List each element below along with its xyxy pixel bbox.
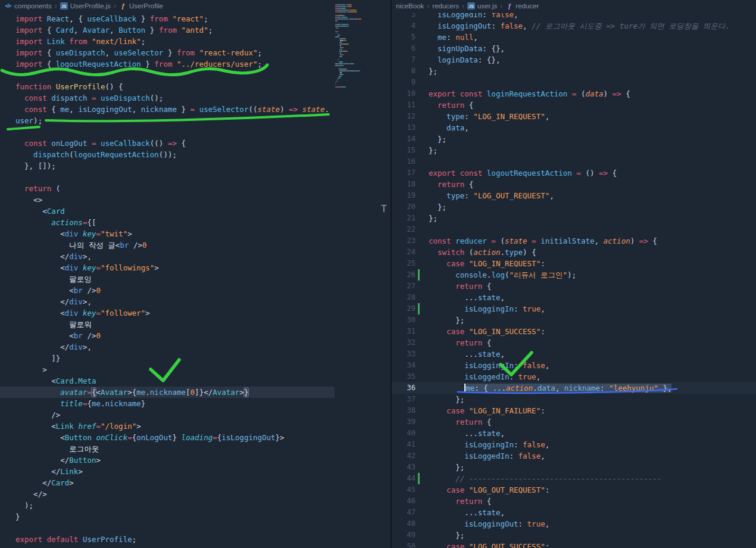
code-line[interactable]: /> xyxy=(0,409,391,421)
line-number[interactable]: 46 xyxy=(392,496,416,507)
code-line[interactable]: 35 isLoggedIn: true, xyxy=(392,371,756,382)
code-line[interactable]: 16 xyxy=(392,156,756,167)
line-number[interactable]: 49 xyxy=(392,530,416,541)
line-number[interactable]: 39 xyxy=(392,416,416,428)
code-line[interactable]: 41 isLoggingIn: false, xyxy=(392,439,756,450)
code-line[interactable]: dispatch(logoutRequestAction()); xyxy=(0,149,391,160)
code-line[interactable]: 50 case "LOG_OUT_SUCCESS": xyxy=(392,541,756,548)
code-line[interactable] xyxy=(0,70,391,81)
code-line[interactable]: 26 console.log("리듀서 로그인"); xyxy=(392,269,756,281)
code-line[interactable]: 25 case "LOG_IN_REQUEST": xyxy=(392,258,756,269)
code-line[interactable]: 40 ...state, xyxy=(392,428,756,439)
code-line[interactable]: 45 case "LOG_OUT_REQUEST": xyxy=(392,484,756,496)
code-line[interactable]: 34 isLoggingIn: false, xyxy=(392,360,756,371)
code-line[interactable]: 11 return { xyxy=(392,99,756,111)
code-line[interactable]: 나의 작성 글<br />0 xyxy=(0,239,391,251)
line-number[interactable]: 4 xyxy=(392,20,416,32)
breadcrumb-item-reducers[interactable]: reducers xyxy=(432,2,459,10)
code-line[interactable]: </> xyxy=(0,488,391,500)
breadcrumb-item-userprofile-js[interactable]: JSUserProfile.js xyxy=(60,2,111,10)
line-number[interactable]: 5 xyxy=(392,32,416,43)
line-number[interactable]: 8 xyxy=(392,66,416,77)
line-number[interactable]: 27 xyxy=(392,281,416,292)
code-line[interactable]: 44 // ----------------------------------… xyxy=(392,473,756,484)
code-line[interactable]: 18 return { xyxy=(392,179,756,190)
code-line[interactable]: 팔로워 xyxy=(0,319,391,330)
code-line[interactable]: 47 ...state, xyxy=(392,507,756,518)
line-number[interactable]: 18 xyxy=(392,179,416,190)
line-number[interactable]: 38 xyxy=(392,405,416,416)
code-line[interactable]: 9 xyxy=(392,77,756,88)
code-line[interactable]: 19 type: "LOG_OUT_REQUEST", xyxy=(392,190,756,201)
line-number[interactable]: 30 xyxy=(392,315,416,326)
code-line[interactable]: 24 switch (action.type) { xyxy=(392,247,756,258)
code-line[interactable] xyxy=(0,126,391,138)
code-line[interactable]: 20 }; xyxy=(392,201,756,213)
breadcrumb-item-userprofile[interactable]: ƒUserProfile xyxy=(119,2,163,10)
code-line[interactable]: const onLogOut = useCallback(() => { xyxy=(0,138,391,149)
code-line[interactable]: > xyxy=(0,364,391,375)
code-line[interactable]: 27 return { xyxy=(392,281,756,292)
line-number[interactable]: 31 xyxy=(392,326,416,337)
code-line[interactable]: 15}; xyxy=(392,145,756,156)
code-line[interactable]: 30 }; xyxy=(392,315,756,326)
line-number[interactable]: 13 xyxy=(392,122,416,133)
code-line[interactable]: </div>, xyxy=(0,251,391,262)
breadcrumb-item-reducer[interactable]: ƒreducer xyxy=(505,2,539,10)
code-line[interactable]: 32 return { xyxy=(392,337,756,348)
code-line[interactable]: 3 isLoggedIn: false, xyxy=(392,13,756,20)
code-line[interactable]: 42 isLoggedIn: false, xyxy=(392,450,756,462)
code-line[interactable]: </div>, xyxy=(0,341,391,353)
line-number[interactable]: 10 xyxy=(392,88,416,99)
line-number[interactable]: 25 xyxy=(392,258,416,269)
line-number[interactable]: 37 xyxy=(392,394,416,405)
line-number[interactable]: 23 xyxy=(392,235,416,247)
code-line[interactable]: 6 signUpData: {}, xyxy=(392,43,756,54)
line-number[interactable]: 21 xyxy=(392,213,416,224)
line-number[interactable]: 28 xyxy=(392,292,416,303)
code-line[interactable]: <div key="twit"> xyxy=(0,228,391,239)
line-number[interactable]: 20 xyxy=(392,201,416,213)
breadcrumb-item-components[interactable]: </>components xyxy=(4,2,52,10)
code-line[interactable]: ); xyxy=(0,500,391,511)
code-line[interactable]: <div key="follower"> xyxy=(0,307,391,319)
code-line[interactable]: 29 isLoggingIn: true, xyxy=(392,303,756,315)
line-number[interactable]: 24 xyxy=(392,247,416,258)
code-line[interactable]: <div key="followings"> xyxy=(0,262,391,273)
code-line[interactable]: 17export const logoutRequestAction = () … xyxy=(392,167,756,179)
code-line[interactable]: function UserProfile() { xyxy=(0,81,391,92)
line-number[interactable]: 43 xyxy=(392,462,416,473)
code-line[interactable]: return ( xyxy=(0,183,391,194)
code-line[interactable]: const dispatch = useDispatch(); xyxy=(0,92,391,104)
minimap[interactable] xyxy=(335,4,386,88)
line-number[interactable]: 45 xyxy=(392,484,416,496)
code-line[interactable]: avatar={<Avatar>{me.nickname[0]}</Avatar… xyxy=(0,387,335,398)
line-number[interactable]: 6 xyxy=(392,43,416,54)
code-line[interactable]: 31 case "LOG_IN_SUCCESS": xyxy=(392,326,756,337)
code-line[interactable]: <Link href="/login"> xyxy=(0,421,391,432)
line-number[interactable]: 48 xyxy=(392,518,416,530)
line-number[interactable]: 12 xyxy=(392,111,416,122)
line-number[interactable]: 17 xyxy=(392,167,416,179)
line-number[interactable]: 9 xyxy=(392,77,416,88)
code-line[interactable]: 8}; xyxy=(392,66,756,77)
code-line[interactable]: 12 type: "LOG_IN_REQUEST", xyxy=(392,111,756,122)
code-line[interactable]: 39 return { xyxy=(392,416,756,428)
code-line[interactable]: ]} xyxy=(0,353,391,364)
code-line[interactable]: </Button> xyxy=(0,454,391,466)
code-line[interactable]: 22 xyxy=(392,224,756,235)
code-line[interactable]: import Link from "next/link"; xyxy=(0,36,391,47)
code-line[interactable] xyxy=(0,172,391,183)
line-number[interactable]: 44 xyxy=(392,473,416,484)
code-line[interactable]: import React, { useCallback } from "reac… xyxy=(0,13,391,24)
code-line[interactable]: import { useDispatch, useSelector } from… xyxy=(0,47,391,58)
line-number[interactable]: 22 xyxy=(392,224,416,235)
code-line[interactable]: <br />0 xyxy=(0,330,391,341)
code-line[interactable]: 37 }; xyxy=(392,394,756,405)
code-line[interactable]: const { me, isLoggingOut, nickname } = u… xyxy=(0,104,391,115)
line-number[interactable]: 41 xyxy=(392,439,416,450)
code-line[interactable]: </div>, xyxy=(0,296,391,307)
code-line[interactable]: actions={[ xyxy=(0,217,391,228)
code-line[interactable]: </Link> xyxy=(0,466,391,477)
code-line[interactable]: <br />0 xyxy=(0,285,391,296)
